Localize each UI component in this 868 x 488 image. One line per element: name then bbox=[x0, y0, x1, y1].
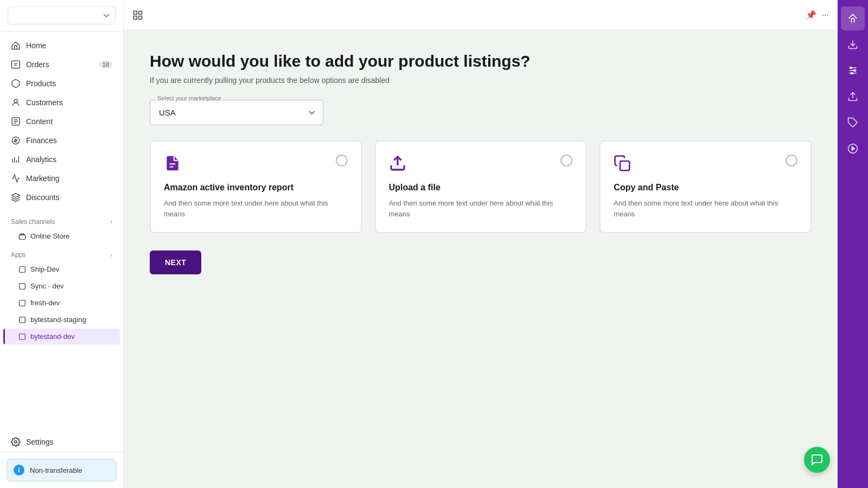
sidebar-item-content[interactable]: Content bbox=[3, 112, 120, 131]
svg-rect-28 bbox=[620, 161, 629, 170]
svg-rect-23 bbox=[134, 16, 137, 19]
sidebar-item-products-label: Products bbox=[26, 79, 56, 88]
right-upload-icon[interactable] bbox=[841, 85, 865, 108]
sidebar-item-finances[interactable]: Finances bbox=[3, 131, 120, 150]
marketplace-select-wrapper: Select your marketplace USA UK Canada Au… bbox=[150, 100, 323, 125]
sidebar-item-orders[interactable]: Orders 18 bbox=[3, 55, 120, 74]
card-copy-desc: And then some more text under here about… bbox=[614, 198, 797, 219]
svg-point-3 bbox=[14, 99, 17, 102]
sidebar-item-analytics-label: Analytics bbox=[26, 155, 56, 164]
orders-badge: 18 bbox=[99, 61, 112, 68]
chat-bubble-button[interactable] bbox=[804, 447, 830, 473]
svg-marker-39 bbox=[852, 147, 854, 151]
next-button[interactable]: NEXT bbox=[150, 251, 201, 274]
page-title: How would you like to add your product l… bbox=[150, 52, 812, 70]
orders-icon bbox=[11, 60, 21, 69]
svg-rect-17 bbox=[20, 300, 25, 306]
svg-rect-14 bbox=[19, 235, 25, 239]
card-amazon-title: Amazon active inventory report bbox=[164, 183, 348, 192]
option-cards-row: Amazon active inventory report And then … bbox=[150, 140, 812, 233]
document-icon bbox=[164, 155, 181, 172]
more-options-button[interactable]: ··· bbox=[822, 10, 829, 20]
finances-icon bbox=[11, 136, 21, 145]
customers-icon bbox=[11, 98, 21, 107]
right-sidebar bbox=[838, 0, 868, 488]
marketplace-select[interactable]: USA UK Canada Australia Germany bbox=[150, 100, 323, 125]
radio-upload[interactable] bbox=[560, 155, 572, 166]
sidebar-item-analytics[interactable]: Analytics bbox=[3, 150, 120, 169]
sidebar-item-orders-label: Orders bbox=[26, 60, 49, 69]
sidebar-item-sync-dev[interactable]: Sync - dev bbox=[3, 278, 120, 294]
main-nav: Home Orders 18 Products Customers bbox=[0, 31, 123, 211]
sidebar-item-products[interactable]: Products bbox=[3, 74, 120, 93]
svg-point-35 bbox=[851, 72, 853, 74]
left-sidebar: Home Orders 18 Products Customers bbox=[0, 0, 124, 488]
sidebar-item-customers[interactable]: Customers bbox=[3, 93, 120, 112]
right-sliders-icon[interactable] bbox=[841, 59, 865, 82]
sidebar-item-online-store[interactable]: Online Store bbox=[3, 228, 120, 244]
home-icon bbox=[11, 41, 21, 50]
bytestand-staging-label: bytestand-staging bbox=[30, 316, 86, 324]
sidebar-item-home[interactable]: Home bbox=[3, 36, 120, 55]
sidebar-item-customers-label: Customers bbox=[26, 98, 63, 107]
bytestand-dev-label: bytestand-dev bbox=[30, 332, 75, 341]
sales-channels-chevron: › bbox=[111, 219, 112, 225]
svg-rect-22 bbox=[139, 11, 142, 14]
sidebar-item-discounts[interactable]: Discounts bbox=[3, 188, 120, 207]
sidebar-item-home-label: Home bbox=[26, 41, 46, 50]
card-upload-desc: And then some more text under here about… bbox=[389, 198, 573, 219]
svg-rect-19 bbox=[20, 333, 25, 339]
right-play-icon[interactable] bbox=[841, 137, 865, 160]
sidebar-item-marketing[interactable]: Marketing bbox=[3, 169, 120, 188]
radio-amazon[interactable] bbox=[336, 155, 348, 166]
sidebar-item-finances-label: Finances bbox=[26, 136, 57, 145]
card-copy-paste[interactable]: Copy and Paste And then some more text u… bbox=[599, 140, 812, 233]
marketing-icon bbox=[11, 174, 21, 183]
right-tag-icon[interactable] bbox=[841, 111, 865, 134]
svg-point-33 bbox=[850, 67, 852, 68]
settings-label: Settings bbox=[26, 438, 54, 446]
sidebar-item-discounts-label: Discounts bbox=[26, 193, 59, 202]
top-bar-right: 📌 ··· bbox=[806, 10, 829, 20]
svg-rect-16 bbox=[20, 283, 25, 289]
right-download-icon[interactable] bbox=[841, 33, 865, 56]
sidebar-item-settings[interactable]: Settings bbox=[3, 433, 120, 451]
sync-dev-label: Sync - dev bbox=[30, 282, 63, 290]
ship-dev-label: Ship-Dev bbox=[30, 265, 59, 273]
card-amazon-desc: And then some more text under here about… bbox=[164, 198, 348, 219]
products-icon bbox=[11, 79, 21, 88]
store-selector[interactable] bbox=[8, 7, 116, 24]
sidebar-item-fresh-dev[interactable]: fresh-dev bbox=[3, 295, 120, 311]
apps-label: Apps bbox=[11, 251, 25, 259]
svg-rect-24 bbox=[139, 16, 142, 19]
non-transferable-label: Non-transferable bbox=[30, 466, 82, 474]
analytics-icon bbox=[11, 155, 21, 164]
main-wrapper: 📌 ··· How would you like to add your pro… bbox=[124, 0, 838, 488]
non-transferable-badge: i Non-transferable bbox=[7, 459, 117, 481]
sidebar-item-ship-dev[interactable]: Ship-Dev bbox=[3, 261, 120, 277]
sales-channels-header[interactable]: Sales channels › bbox=[3, 214, 120, 228]
card-top-3 bbox=[614, 155, 797, 172]
sidebar-item-bytestand-dev[interactable]: bytestand-dev bbox=[3, 329, 120, 344]
grid-icon bbox=[132, 10, 143, 21]
card-copy-title: Copy and Paste bbox=[614, 183, 797, 192]
info-icon: i bbox=[14, 465, 24, 476]
page-subtitle: If you are currently pulling your produc… bbox=[150, 76, 812, 85]
copy-icon bbox=[614, 155, 631, 172]
right-home-icon[interactable] bbox=[841, 7, 865, 30]
svg-rect-18 bbox=[20, 317, 25, 323]
main-content: How would you like to add your product l… bbox=[124, 30, 838, 488]
sales-channels-label: Sales channels bbox=[11, 218, 55, 226]
content-icon bbox=[11, 117, 21, 126]
upload-icon bbox=[389, 155, 406, 172]
sidebar-item-marketing-label: Marketing bbox=[26, 174, 59, 183]
svg-point-20 bbox=[15, 441, 17, 444]
discounts-icon bbox=[11, 192, 21, 202]
card-top bbox=[164, 155, 348, 172]
card-upload-file[interactable]: Upload a file And then some more text un… bbox=[375, 140, 587, 233]
card-amazon-inventory[interactable]: Amazon active inventory report And then … bbox=[150, 140, 362, 233]
radio-copy[interactable] bbox=[786, 155, 797, 166]
apps-header[interactable]: Apps › bbox=[3, 247, 120, 261]
sidebar-item-bytestand-staging[interactable]: bytestand-staging bbox=[3, 312, 120, 328]
apps-chevron: › bbox=[111, 252, 112, 258]
